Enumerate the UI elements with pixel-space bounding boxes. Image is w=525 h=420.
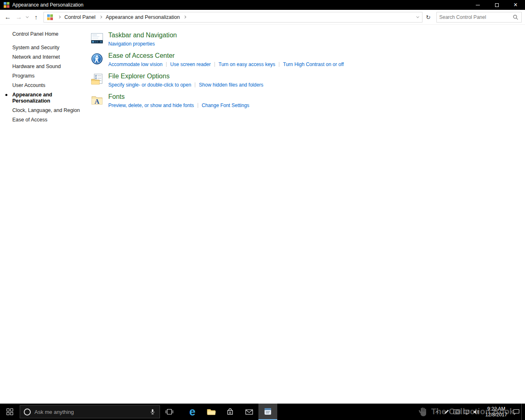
category-title-ease-of-access-center[interactable]: Ease of Access Center [108, 52, 175, 59]
show-hidden-icons-button[interactable] [432, 404, 442, 420]
mail-taskbar-button[interactable] [240, 404, 258, 420]
fonts-icon[interactable]: A [91, 94, 103, 106]
taskbar: 9:22 AM 12/8/2017 [0, 404, 525, 420]
category-title-file-explorer-options[interactable]: File Explorer Options [108, 73, 169, 80]
sidebar-item-system-and-security[interactable]: System and Security [12, 45, 83, 51]
maximize-button[interactable] [487, 0, 506, 10]
volume-icon [473, 409, 479, 415]
up-button[interactable]: ↑ [30, 11, 42, 23]
sidebar-item-clock-language-region[interactable]: Clock, Language, and Region [12, 107, 83, 114]
touch-keyboard-button[interactable] [452, 404, 461, 420]
clock-date: 12/8/2017 [483, 412, 510, 418]
taskbar-and-navigation-icon[interactable] [91, 32, 103, 45]
edge-icon [189, 406, 195, 418]
link-separator [279, 62, 279, 67]
titlebar: Appearance and Personalization × [0, 0, 525, 10]
category-taskbar-and-navigation: Taskbar and Navigation Navigation proper… [84, 32, 525, 47]
mail-icon [245, 409, 253, 415]
file-explorer-options-icon[interactable] [91, 73, 103, 86]
maximize-icon [495, 3, 499, 7]
window-title: Appearance and Personalization [12, 2, 83, 8]
system-tray: 9:22 AM 12/8/2017 [432, 404, 524, 420]
network-button[interactable] [461, 404, 471, 420]
chevron-up-icon [435, 411, 438, 414]
main-content: Taskbar and Navigation Navigation proper… [84, 25, 525, 404]
link-separator [166, 62, 167, 67]
taskbar-clock[interactable]: 9:22 AM 12/8/2017 [483, 406, 510, 418]
ink-workspace-button[interactable] [442, 404, 452, 420]
category-fonts: A Fonts Preview, delete, or show and hid… [84, 93, 525, 108]
edge-taskbar-button[interactable] [183, 404, 202, 420]
active-app-taskbar-button[interactable] [258, 404, 277, 420]
breadcrumb-control-panel[interactable]: Control Panel [63, 14, 97, 20]
task-link-use-screen-reader[interactable]: Use screen reader [170, 62, 211, 67]
task-view-icon [165, 409, 174, 415]
cortana-search-box[interactable] [20, 405, 160, 418]
search-box[interactable] [436, 12, 522, 23]
action-center-icon [513, 409, 520, 415]
task-view-button[interactable] [160, 404, 179, 420]
minimize-icon [476, 5, 480, 5]
task-link-show-hidden-files[interactable]: Show hidden files and folders [199, 82, 263, 88]
search-input[interactable] [437, 14, 513, 20]
task-link-accommodate-low-vision[interactable]: Accommodate low vision [108, 62, 162, 67]
minimize-button[interactable] [468, 0, 487, 10]
recent-locations-dropdown[interactable] [24, 11, 30, 23]
category-title-taskbar-and-navigation[interactable]: Taskbar and Navigation [108, 32, 177, 39]
link-separator [195, 82, 195, 87]
breadcrumb-separator-icon[interactable] [181, 16, 189, 18]
sidebar-item-user-accounts[interactable]: User Accounts [12, 82, 83, 89]
taskbar-empty-space [277, 404, 432, 420]
svg-text:A: A [95, 98, 100, 105]
chevron-down-icon [416, 15, 419, 18]
task-link-navigation-properties[interactable]: Navigation properties [108, 41, 155, 47]
sidebar-control-panel-home[interactable]: Control Panel Home [12, 31, 83, 37]
start-button[interactable] [0, 404, 20, 420]
action-center-button[interactable] [511, 404, 521, 420]
close-button[interactable]: × [506, 0, 525, 10]
microphone-icon[interactable] [150, 409, 155, 415]
task-link-specify-click-to-open[interactable]: Specify single- or double-click to open [108, 82, 191, 88]
category-title-fonts[interactable]: Fonts [108, 93, 125, 100]
search-icon[interactable] [513, 14, 518, 20]
navigation-toolbar: ← → ↑ Control Panel Appearance and Perso… [0, 10, 525, 25]
volume-button[interactable] [471, 404, 481, 420]
control-panel-app-icon [3, 2, 10, 8]
cortana-search-input[interactable] [34, 409, 150, 415]
address-dropdown-button[interactable] [413, 12, 422, 22]
store-icon [226, 408, 234, 415]
chevron-down-icon [25, 15, 28, 18]
task-link-turn-on-easy-access-keys[interactable]: Turn on easy access keys [219, 62, 275, 67]
file-explorer-taskbar-button[interactable] [202, 404, 221, 420]
close-icon: × [514, 2, 517, 8]
show-desktop-button[interactable] [521, 404, 524, 420]
address-bar[interactable]: Control Panel Appearance and Personaliza… [43, 12, 422, 23]
cortana-icon [24, 409, 31, 415]
sidebar-item-appearance-and-personalization[interactable]: Appearance and Personalization [12, 92, 83, 104]
refresh-button[interactable]: ↻ [422, 12, 434, 23]
sidebar-item-ease-of-access[interactable]: Ease of Access [12, 117, 83, 123]
category-ease-of-access-center: Ease of Access Center Accommodate low vi… [84, 52, 525, 67]
forward-button: → [14, 11, 24, 23]
network-icon [463, 409, 470, 415]
task-link-turn-high-contrast[interactable]: Turn High Contrast on or off [283, 62, 344, 67]
store-taskbar-button[interactable] [221, 404, 240, 420]
sidebar: Control Panel Home System and Security N… [0, 25, 84, 404]
file-explorer-icon [207, 408, 216, 415]
pen-icon [444, 409, 450, 415]
window-controls: × [468, 0, 525, 10]
back-button[interactable]: ← [2, 11, 14, 23]
breadcrumb-separator-icon[interactable] [55, 16, 63, 18]
clock-time: 9:22 AM [483, 406, 510, 412]
windows-logo-icon [7, 409, 13, 415]
link-separator [198, 103, 198, 108]
sidebar-item-network-and-internet[interactable]: Network and Internet [12, 54, 83, 60]
sidebar-item-programs[interactable]: Programs [12, 73, 83, 79]
sidebar-item-hardware-and-sound[interactable]: Hardware and Sound [12, 64, 83, 70]
breadcrumb-separator-icon[interactable] [97, 16, 105, 18]
ease-of-access-center-icon[interactable] [91, 52, 103, 65]
task-link-change-font-settings[interactable]: Change Font Settings [202, 103, 249, 108]
breadcrumb-appearance-personalization[interactable]: Appearance and Personalization [105, 14, 181, 20]
category-file-explorer-options: File Explorer Options Specify single- or… [84, 73, 525, 88]
task-link-preview-delete-fonts[interactable]: Preview, delete, or show and hide fonts [108, 103, 194, 108]
